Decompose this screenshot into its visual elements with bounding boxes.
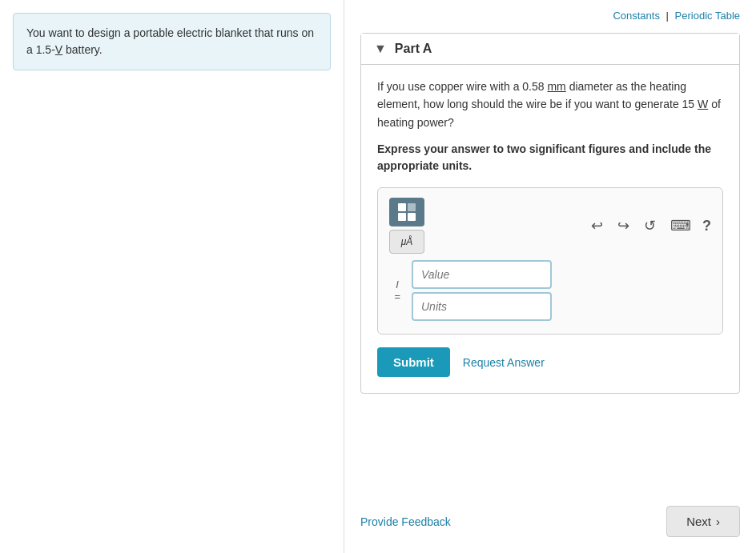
unit-button[interactable]: μÅ (389, 230, 424, 254)
problem-text2: battery. (62, 43, 103, 56)
input-fields (412, 260, 552, 321)
keyboard-icon: ⌨ (670, 218, 691, 234)
next-arrow-icon: › (716, 515, 720, 528)
undo-button[interactable]: ↩ (588, 215, 606, 236)
redo-icon: ↪ (617, 218, 629, 234)
next-button[interactable]: Next › (666, 506, 740, 537)
part-a-body: If you use copper wire with a 0.58 mm di… (361, 65, 739, 393)
keyboard-button[interactable]: ⌨ (667, 215, 694, 236)
right-panel: Constants | Periodic Table ▼ Part A If y… (344, 0, 756, 553)
separator: | (666, 10, 669, 22)
voltage-unit: V (55, 43, 62, 56)
part-a-title: Part A (395, 42, 432, 56)
value-input[interactable] (412, 260, 552, 289)
left-panel: You want to design a portable electric b… (0, 0, 344, 553)
refresh-button[interactable]: ↺ (641, 215, 659, 236)
undo-icon: ↩ (591, 218, 603, 234)
units-input[interactable] (412, 292, 552, 321)
part-a-section: ▼ Part A If you use copper wire with a 0… (360, 33, 740, 394)
help-icon: ? (702, 218, 711, 234)
input-label: l = (389, 279, 405, 303)
grid-button[interactable] (389, 198, 424, 226)
instruction-text: Express your answer to two significant f… (377, 141, 723, 174)
submit-button[interactable]: Submit (377, 347, 450, 377)
input-row: l = (389, 260, 711, 321)
mm-unit: mm (547, 80, 565, 93)
redo-button[interactable]: ↪ (614, 215, 633, 236)
grid-icon (398, 203, 416, 221)
periodic-table-link[interactable]: Periodic Table (675, 10, 740, 22)
refresh-icon: ↺ (644, 218, 656, 234)
top-links: Constants | Periodic Table (360, 10, 740, 22)
toolbar-right: ↩ ↪ ↺ ⌨ ? (588, 215, 711, 236)
collapse-arrow-icon[interactable]: ▼ (374, 42, 387, 56)
provide-feedback-link[interactable]: Provide Feedback (360, 515, 451, 528)
action-row: Submit Request Answer (377, 347, 723, 377)
w-unit: W (698, 98, 708, 110)
widget-toolbar: μÅ ↩ ↪ ↺ (389, 198, 711, 254)
constants-link[interactable]: Constants (613, 10, 660, 22)
part-a-header: ▼ Part A (361, 34, 739, 65)
answer-widget: μÅ ↩ ↪ ↺ (377, 187, 723, 335)
bottom-bar: Provide Feedback Next › (360, 499, 740, 537)
problem-statement: You want to design a portable electric b… (13, 13, 331, 70)
request-answer-link[interactable]: Request Answer (463, 356, 545, 369)
help-button[interactable]: ? (702, 218, 711, 234)
toolbar-left: μÅ (389, 198, 424, 254)
next-label: Next (686, 515, 711, 528)
question-text: If you use copper wire with a 0.58 mm di… (377, 78, 723, 131)
